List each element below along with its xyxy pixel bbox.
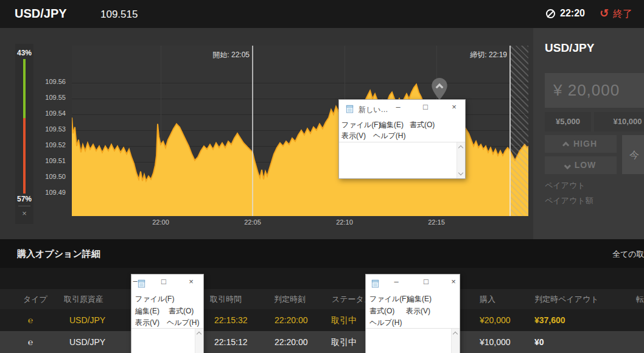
all-trades-link[interactable]: 全ての取引	[612, 249, 644, 260]
app: USD/JPY 109.515 22:20 ↺ 終了 43% 57% ×	[0, 0, 644, 353]
menu-format[interactable]: 書式(O)	[369, 306, 394, 316]
notepad-title-bar[interactable]: – □ ×	[131, 274, 203, 292]
trade-start-line	[252, 46, 253, 216]
menu-help[interactable]: ヘルプ(H)	[373, 131, 406, 141]
menu-edit[interactable]: 編集(E)	[379, 120, 404, 130]
col-header-trade-time: 取引時間	[210, 289, 242, 309]
col-header-type: タイプ	[23, 289, 47, 309]
y-axis-tick: 109.54	[35, 110, 66, 117]
menu-help[interactable]: ヘルプ(H)	[167, 318, 200, 328]
scroll-up-icon[interactable]	[197, 332, 201, 337]
no-entry-icon	[546, 9, 555, 18]
minimize-button[interactable]: –	[393, 102, 404, 114]
closed-period-hatch	[511, 46, 528, 216]
close-icon[interactable]: ×	[186, 277, 197, 289]
row-payout: ¥0	[534, 331, 544, 353]
panel-symbol-title: USD/JPY	[545, 41, 594, 55]
menu-edit[interactable]: 編集(E)	[135, 306, 159, 316]
scrollbar[interactable]	[457, 142, 465, 178]
notepad-title-bar[interactable]: 新しい… – □ ×	[339, 100, 465, 117]
buy-now-label: 今	[629, 149, 639, 162]
chevron-up-icon	[562, 142, 569, 149]
y-axis-tick: 109.50	[35, 173, 66, 180]
buy-now-button[interactable]: 今	[622, 135, 644, 174]
symbol-label: USD/JPY	[15, 7, 67, 21]
notepad-title-bar[interactable]: – □ ×	[366, 274, 460, 292]
trade-start-label: 開始: 22:05	[164, 50, 250, 60]
scrollbar[interactable]	[451, 329, 460, 353]
close-icon[interactable]: ×	[449, 102, 460, 114]
chevron-down-icon	[564, 163, 570, 169]
notepad-text-area[interactable]	[339, 142, 465, 178]
menu-file[interactable]: ファイル(F)	[135, 294, 174, 304]
purchase-options-section: 購入オプション詳細 全ての取引	[0, 239, 644, 268]
gauge-bar-low	[23, 118, 26, 194]
row-payout: ¥37,600	[534, 309, 565, 331]
maximize-button[interactable]: □	[421, 277, 432, 289]
notepad-title: 新しい…	[359, 105, 388, 115]
close-icon[interactable]: ×	[448, 277, 459, 289]
menu-file[interactable]: ファイル(F)	[369, 294, 408, 304]
row-trade-time: 22:15:32	[214, 309, 248, 331]
notepad-icon	[137, 279, 146, 288]
notepad-icon	[371, 279, 380, 288]
close-gauge-button[interactable]: ×	[15, 209, 33, 218]
payout-label: ペイアウト	[545, 180, 586, 191]
table-row: ℮ USD/JPY 22:15:12 22:20:00 取引中 ¥10,000 …	[0, 331, 644, 353]
section-title: 購入オプション詳細	[17, 248, 100, 260]
scroll-up-icon[interactable]	[453, 332, 458, 337]
quick-amount-10000-button[interactable]: ¥10,000	[594, 112, 644, 131]
scrollbar[interactable]	[195, 329, 203, 353]
menu-view[interactable]: 表示(V)	[341, 131, 366, 141]
notepad-icon	[345, 104, 354, 113]
notepad-window[interactable]: 新しい… – □ × ファイル(F) 編集(E) 書式(O) 表示(V) ヘルプ…	[338, 99, 466, 179]
divider	[0, 268, 644, 289]
low-button-label: LOW	[575, 160, 597, 170]
quick-amount-5000-button[interactable]: ¥5,000	[545, 112, 591, 131]
scroll-down-icon[interactable]	[458, 170, 463, 175]
col-header-purchase: 購入	[480, 289, 495, 309]
trade-type-icon: ℮	[28, 331, 33, 353]
menu-view[interactable]: 表示(V)	[135, 318, 159, 328]
notepad-window[interactable]: – □ × ファイル(F) 編集(E) 書式(O) 表示(V) ヘルプ(H)	[131, 274, 204, 353]
col-header-resell: 転売	[636, 289, 644, 309]
high-button[interactable]: HIGH	[545, 135, 617, 153]
menu-format[interactable]: 書式(O)	[410, 120, 435, 130]
col-header-asset: 取引原資産	[64, 289, 103, 309]
maximize-button[interactable]: □	[158, 277, 169, 289]
menu-view[interactable]: 表示(V)	[406, 306, 430, 316]
scroll-up-icon[interactable]	[458, 145, 463, 150]
minimize-button[interactable]: –	[391, 277, 402, 289]
row-judge-time: 22:20:00	[275, 309, 308, 331]
low-button[interactable]: LOW	[545, 156, 617, 174]
end-button[interactable]: 終了	[613, 8, 632, 21]
notepad-text-area[interactable]	[131, 328, 203, 353]
table-row: ℮ USD/JPY 22:15:32 22:20:00 取引中 ¥20,000 …	[0, 309, 644, 331]
maximize-button[interactable]: □	[420, 102, 431, 114]
table-header-row: タイプ 取引原資産 取引時間 判定時刻 ステータス 購入 判定時ペイアウト 転売	[0, 289, 644, 309]
low-percent: 57%	[15, 195, 33, 203]
menu-file[interactable]: ファイル(F)	[341, 120, 380, 130]
row-purchase: ¥20,000	[480, 309, 511, 331]
divider	[18, 206, 30, 206]
countdown-time: 22:20	[560, 8, 585, 19]
trade-panel: USD/JPY ¥ 20,000 ¥5,000 ¥10,000 HIGH LOW…	[533, 28, 644, 240]
menu-edit[interactable]: 編集(E)	[407, 294, 432, 304]
y-axis-tick: 109.53	[35, 125, 66, 133]
menu-help[interactable]: ヘルプ(H)	[369, 318, 402, 328]
current-price: 109.515	[100, 9, 138, 21]
row-status: 取引中	[331, 309, 357, 331]
y-axis-tick: 109.49	[35, 189, 66, 196]
trade-deadline-label: 締切: 22:19	[422, 50, 507, 60]
row-asset: USD/JPY	[69, 309, 105, 331]
y-axis-tick: 109.56	[35, 78, 66, 85]
x-axis-tick: 22:00	[142, 218, 179, 226]
amount-input[interactable]: ¥ 20,000	[545, 73, 644, 108]
x-axis-tick: 22:15	[418, 218, 455, 226]
notepad-window[interactable]: – □ × ファイル(F) 編集(E) 書式(O) 表示(V) ヘルプ(H)	[365, 274, 460, 353]
row-trade-time: 22:15:12	[214, 331, 248, 353]
col-header-judge-time: 判定時刻	[274, 289, 306, 309]
menu-format[interactable]: 書式(O)	[169, 306, 194, 316]
notepad-text-area[interactable]	[366, 328, 460, 353]
row-status: 取引中	[331, 331, 357, 353]
